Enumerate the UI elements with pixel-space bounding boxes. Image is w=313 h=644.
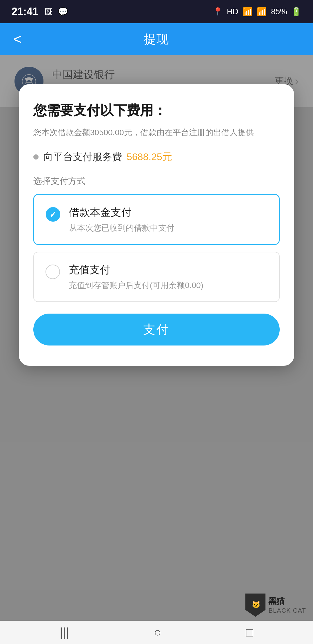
signal-icon: 📶	[257, 7, 267, 17]
main-background: 中国建设银行 6227 **** **** 7765 更换 › 您需要支付以下费…	[0, 55, 313, 621]
nav-bar: < 提现	[0, 23, 313, 55]
pay-button[interactable]: 支付	[33, 314, 280, 345]
bottom-nav: ||| ○ □	[0, 621, 313, 644]
hd-label: HD	[227, 7, 239, 16]
status-bar-right: 📍 HD 📶 📶 85% 🔋	[213, 7, 302, 17]
radio-loan: ✓	[46, 207, 60, 222]
option-loan-content: 借款本金支付 从本次您已收到的借款中支付	[69, 205, 174, 234]
message-icon: 💬	[58, 7, 68, 17]
black-cat-en-label: BLACK CAT	[268, 607, 306, 614]
status-time: 21:41	[12, 6, 38, 18]
home-nav-button[interactable]: ○	[154, 625, 161, 639]
status-bar: 21:41 🖼 💬 📍 HD 📶 📶 85% 🔋	[0, 0, 313, 23]
image-icon: 🖼	[44, 7, 52, 17]
recent-nav-button[interactable]: □	[246, 625, 253, 639]
battery-icon: 🔋	[291, 7, 301, 17]
modal-subtitle: 您本次借款金额30500.00元，借款由在平台注册的出借人提供	[33, 126, 280, 139]
back-nav-button[interactable]: |||	[60, 625, 69, 639]
modal-title: 您需要支付以下费用：	[33, 102, 280, 120]
payment-option-recharge[interactable]: 充值支付 充值到存管账户后支付(可用余额0.00)	[33, 252, 280, 302]
fee-dot	[33, 154, 39, 160]
back-button[interactable]: <	[10, 28, 25, 50]
modal-overlay: 您需要支付以下费用： 您本次借款金额30500.00元，借款由在平台注册的出借人…	[0, 55, 313, 621]
black-cat-text: 黑猫 BLACK CAT	[268, 596, 306, 614]
payment-method-label: 选择支付方式	[33, 175, 280, 187]
option-recharge-content: 充值支付 充值到存管账户后支付(可用余额0.00)	[69, 263, 203, 291]
wifi-icon: 📶	[243, 7, 253, 17]
black-cat-watermark: 🐱 黑猫 BLACK CAT	[238, 589, 313, 621]
radio-recharge	[46, 265, 60, 279]
page-title: 提现	[144, 31, 169, 47]
payment-option-loan[interactable]: ✓ 借款本金支付 从本次您已收到的借款中支付	[33, 194, 280, 245]
battery-label: 85%	[271, 7, 287, 16]
fee-label: 向平台支付服务费	[43, 150, 122, 164]
fee-row: 向平台支付服务费 5688.25元	[33, 150, 280, 164]
svg-text:🐱: 🐱	[252, 600, 261, 609]
black-cat-cn-label: 黑猫	[268, 596, 285, 607]
option-recharge-desc: 充值到存管账户后支付(可用余额0.00)	[69, 280, 203, 291]
option-loan-desc: 从本次您已收到的借款中支付	[69, 222, 174, 234]
option-recharge-title: 充值支付	[69, 263, 203, 277]
location-icon: 📍	[213, 7, 223, 17]
check-icon: ✓	[49, 209, 57, 220]
cat-shield-icon: 🐱	[245, 594, 265, 617]
status-bar-left: 21:41 🖼 💬	[12, 6, 68, 18]
fee-amount: 5688.25元	[127, 150, 172, 164]
modal-card: 您需要支付以下费用： 您本次借款金额30500.00元，借款由在平台注册的出借人…	[19, 84, 294, 366]
option-loan-title: 借款本金支付	[69, 205, 174, 220]
